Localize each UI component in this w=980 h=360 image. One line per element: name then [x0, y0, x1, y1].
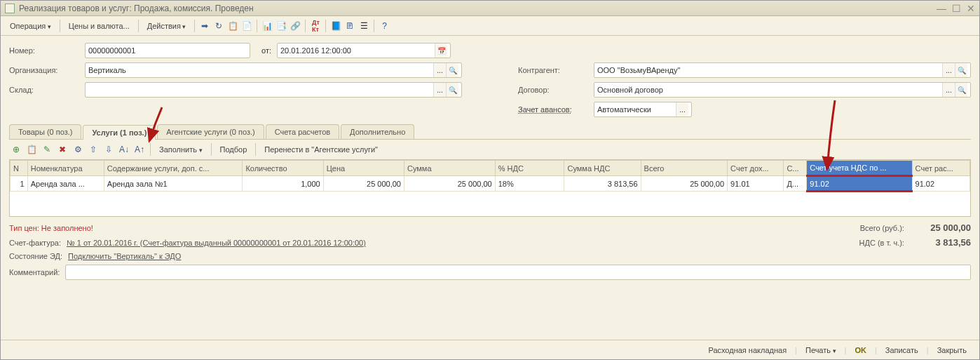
sort-desc-icon[interactable]: A↑	[132, 142, 147, 156]
copy-row-icon[interactable]: 📋	[25, 142, 39, 156]
report-icon[interactable]: 📘	[329, 20, 342, 32]
col-n[interactable]: N	[11, 161, 28, 176]
ok-button[interactable]: OK	[849, 344, 872, 356]
settings-icon[interactable]: ⚙	[71, 142, 85, 156]
tab-accounts[interactable]: Счета расчетов	[266, 124, 339, 139]
print-menu[interactable]: Печать	[800, 344, 842, 356]
cell-vat-pct[interactable]: 18%	[495, 176, 564, 192]
print-icon[interactable]: 🖹	[343, 20, 356, 32]
save-button[interactable]: Записать	[880, 344, 924, 356]
tab-agent[interactable]: Агентские услуги (0 поз.)	[157, 124, 264, 139]
cell-s[interactable]: Д...	[784, 176, 807, 192]
warehouse-field[interactable]: ... 🔍	[85, 82, 462, 98]
cell-sum[interactable]: 25 000,00	[404, 176, 495, 192]
maximize-button[interactable]: ☐	[952, 3, 961, 14]
cell-qty[interactable]: 1,000	[243, 176, 323, 192]
cell-vat-sum[interactable]: 3 813,56	[564, 176, 641, 192]
search-icon[interactable]: 🔍	[446, 63, 458, 77]
sort-asc-icon[interactable]: A↓	[117, 142, 131, 156]
document-window: Реализация товаров и услуг: Продажа, ком…	[0, 0, 980, 360]
col-vat-sum[interactable]: Сумма НДС	[564, 161, 641, 176]
link-icon[interactable]: 🔗	[289, 20, 301, 32]
col-vat-pct[interactable]: % НДС	[495, 161, 564, 176]
post-icon[interactable]: ➡	[198, 20, 211, 32]
table-row[interactable]: 1 Аренда зала ... Аренда зала №1 1,000 2…	[11, 176, 970, 192]
select-button[interactable]: Подбор	[215, 142, 252, 156]
operation-menu[interactable]: Операция	[5, 19, 56, 33]
tab-goods[interactable]: Товары (0 поз.)	[9, 124, 81, 139]
search-icon[interactable]: 🔍	[955, 83, 967, 97]
invoice-link[interactable]: № 1 от 20.01.2016 г. (Счет-фактура выдан…	[67, 239, 366, 247]
search-icon[interactable]: 🔍	[446, 83, 458, 97]
total-label: Всего (руб.): 25 000,00	[860, 222, 971, 233]
select-icon[interactable]: ...	[676, 102, 688, 116]
services-table[interactable]: N Номенклатура Содержание услуги, доп. с…	[9, 159, 971, 217]
org-field[interactable]: Вертикаль ... 🔍	[85, 62, 462, 78]
dk-icon[interactable]: ДтКт	[309, 20, 322, 32]
copy-icon[interactable]: 📋	[226, 20, 239, 32]
col-content[interactable]: Содержание услуги, доп. с...	[104, 161, 243, 176]
tabs: Товары (0 поз.) Услуги (1 поз.) Агентски…	[9, 124, 971, 140]
move-up-icon[interactable]: ⇧	[86, 142, 100, 156]
number-field[interactable]: 00000000001	[85, 43, 250, 58]
cell-content[interactable]: Аренда зала №1	[104, 176, 243, 192]
fill-menu[interactable]: Заполнить	[154, 142, 207, 156]
basis-icon[interactable]: 📑	[275, 20, 287, 32]
contract-field[interactable]: Основной договор ... 🔍	[594, 82, 971, 98]
list-icon[interactable]: ☰	[358, 20, 370, 32]
post-doc-icon[interactable]: 📄	[240, 20, 253, 32]
ed-state-label: Состояние ЭД:	[9, 252, 62, 260]
select-icon[interactable]: ...	[942, 63, 955, 77]
counterparty-field[interactable]: ООО "ВозьмуВАренду" ... 🔍	[594, 62, 971, 78]
vat-label: НДС (в т. ч.): 3 813,56	[859, 237, 971, 248]
delivery-note-button[interactable]: Расходная накладная	[702, 344, 792, 356]
calendar-icon[interactable]: 📅	[435, 44, 447, 58]
close-doc-button[interactable]: Закрыть	[932, 344, 972, 356]
number-label: Номер:	[9, 46, 79, 55]
close-button[interactable]: ✕	[967, 3, 975, 14]
add-icon[interactable]: ⊕	[9, 142, 23, 156]
cell-total[interactable]: 25 000,00	[641, 176, 728, 192]
select-icon[interactable]: ...	[942, 83, 955, 97]
cell-income-acc[interactable]: 91.01	[728, 176, 784, 192]
col-qty[interactable]: Количество	[243, 161, 323, 176]
cell-n[interactable]: 1	[11, 176, 28, 192]
cell-nomenclature[interactable]: Аренда зала ...	[27, 176, 104, 192]
minimize-button[interactable]: —	[937, 3, 946, 14]
cell-vat-acc[interactable]: 91.02	[807, 176, 912, 192]
titlebar: Реализация товаров и услуг: Продажа, ком…	[1, 1, 979, 16]
org-label: Организация:	[9, 66, 79, 74]
select-icon[interactable]: ...	[433, 83, 446, 97]
cell-price[interactable]: 25 000,00	[323, 176, 404, 192]
select-icon[interactable]: ...	[433, 63, 446, 77]
window-title: Реализация товаров и услуг: Продажа, ком…	[19, 4, 937, 13]
structure-icon[interactable]: 📊	[261, 20, 273, 32]
ed-state-link[interactable]: Подключить "Вертикаль" к ЭДО	[68, 252, 181, 260]
advance-field[interactable]: Автоматически ...	[594, 102, 692, 117]
tab-services[interactable]: Услуги (1 поз.)	[83, 125, 156, 140]
tab-extra[interactable]: Дополнительно	[341, 124, 414, 139]
col-nomenclature[interactable]: Номенклатура	[27, 161, 104, 176]
comment-field[interactable]	[65, 265, 971, 280]
actions-menu[interactable]: Действия	[142, 19, 191, 33]
comment-label: Комментарий:	[9, 268, 60, 276]
refresh-icon[interactable]: ↻	[212, 20, 225, 32]
advance-label[interactable]: Зачет авансов:	[518, 105, 588, 114]
col-price[interactable]: Цена	[323, 161, 404, 176]
help-icon[interactable]: ?	[378, 20, 390, 32]
delete-icon[interactable]: ✖	[55, 142, 69, 156]
bottom-bar: Расходная накладная | Печать | OK | Запи…	[1, 340, 979, 359]
move-down-icon[interactable]: ⇩	[102, 142, 116, 156]
col-total[interactable]: Всего	[641, 161, 728, 176]
col-vat-acc[interactable]: Счет учета НДС по ...	[807, 161, 912, 176]
col-sum[interactable]: Сумма	[404, 161, 495, 176]
col-income-acc[interactable]: Счет дох...	[728, 161, 784, 176]
date-field[interactable]: 20.01.2016 12:00:00 📅	[277, 43, 451, 58]
col-exp-acc[interactable]: Счет рас...	[912, 161, 969, 176]
col-s[interactable]: С...	[784, 161, 807, 176]
search-icon[interactable]: 🔍	[955, 63, 967, 77]
prices-button[interactable]: Цены и валюта...	[64, 19, 135, 33]
edit-icon[interactable]: ✎	[40, 142, 54, 156]
cell-exp-acc[interactable]: 91.02	[912, 176, 969, 192]
transfer-button[interactable]: Перенести в "Агентские услуги"	[259, 142, 383, 156]
